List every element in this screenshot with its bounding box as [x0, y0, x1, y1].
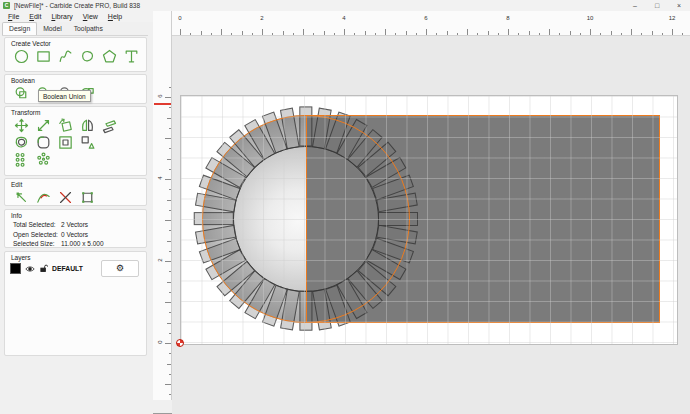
gear-tooth-vector[interactable]	[325, 285, 351, 327]
layer-settings-button[interactable]: ⚙	[101, 260, 139, 277]
gear-tooth-vector[interactable]	[195, 193, 236, 213]
ruler-tick	[180, 29, 181, 35]
gear-tooth-vector[interactable]	[365, 249, 406, 280]
boolean-union-tool[interactable]	[10, 85, 32, 102]
rectangle-vector-fill[interactable]	[306, 115, 660, 323]
gear-tooth-vector[interactable]	[216, 142, 255, 178]
gear-tooth-vector[interactable]	[312, 289, 332, 330]
linear-array-tool[interactable]	[10, 151, 32, 168]
close-path-tool[interactable]	[76, 189, 98, 206]
gear-tooth-vector[interactable]	[347, 270, 383, 309]
menu-file[interactable]: File	[3, 11, 24, 22]
circle-vector-outline[interactable]	[202, 115, 410, 323]
eye-icon[interactable]	[25, 264, 35, 274]
tab-model[interactable]: Model	[37, 22, 68, 35]
rectangle-vector-outline[interactable]	[306, 115, 660, 323]
gear-tooth-vector[interactable]	[199, 175, 241, 201]
ruler-label: 2	[157, 255, 163, 265]
gear-tooth-vector[interactable]	[336, 278, 367, 319]
gear-tooth-vector[interactable]	[216, 260, 255, 296]
gear-tooth-vector[interactable]	[347, 129, 383, 168]
ruler-tick	[211, 33, 212, 36]
gear-tooth-vector[interactable]	[195, 225, 236, 245]
rectangle-tool[interactable]	[32, 48, 54, 65]
align-tool[interactable]	[76, 134, 98, 151]
maximize-button[interactable]: □	[646, 0, 668, 11]
ruler-tick	[169, 353, 172, 354]
unlock-icon[interactable]	[39, 264, 48, 273]
gear-tooth-vector[interactable]	[325, 112, 351, 154]
polygon-tool[interactable]	[98, 48, 120, 65]
minimize-button[interactable]: –	[624, 0, 646, 11]
node-edit-tool[interactable]	[10, 189, 32, 206]
menu-help[interactable]: Help	[103, 11, 127, 22]
ruler-tick	[169, 169, 172, 170]
gear-tooth-vector[interactable]	[262, 112, 288, 154]
move-tool[interactable]	[10, 117, 32, 134]
gear-tooth-vector[interactable]	[280, 108, 300, 149]
left-panel: DesignModelToolpaths Create Vector Boole…	[0, 22, 153, 414]
gear-tooth-vector[interactable]	[312, 108, 332, 149]
design-canvas[interactable]	[172, 36, 690, 414]
circular-array-tool[interactable]	[32, 151, 54, 168]
rotate-tool[interactable]	[54, 117, 76, 134]
section-create-vector: Create Vector	[4, 37, 147, 72]
gear-tooth-vector[interactable]	[229, 270, 265, 309]
gear-tooth-vector[interactable]	[244, 119, 275, 160]
curve-tool[interactable]	[54, 48, 76, 65]
gear-tooth-vector[interactable]	[299, 291, 312, 331]
stock-area[interactable]	[180, 95, 678, 345]
ruler-tick	[169, 271, 172, 272]
scale-tool[interactable]	[32, 117, 54, 134]
curve-edit-tool[interactable]	[32, 189, 54, 206]
menu-library[interactable]: Library	[46, 11, 77, 22]
gear-tooth-vector[interactable]	[244, 278, 275, 319]
gear-tooth-vector[interactable]	[357, 260, 396, 296]
ruler-tick	[169, 107, 172, 108]
ruler-tick	[518, 33, 519, 36]
gear-tooth-vector[interactable]	[376, 193, 417, 213]
close-button[interactable]: ×	[668, 0, 690, 11]
ruler-tick	[167, 282, 172, 283]
layer-row-default[interactable]: DEFAULT ⚙	[10, 261, 141, 276]
menu-edit[interactable]: Edit	[24, 11, 46, 22]
trim-tool[interactable]	[54, 189, 76, 206]
gear-tooth-vector[interactable]	[299, 107, 312, 147]
ruler-tick	[416, 33, 417, 36]
gear-tooth-vector[interactable]	[280, 289, 300, 330]
mirror-tool[interactable]	[76, 117, 98, 134]
circle-tool[interactable]	[10, 48, 32, 65]
rectangle-tool-icon	[35, 48, 52, 65]
gear-tooth-vector[interactable]	[199, 238, 241, 264]
gear-tooth-vector[interactable]	[206, 157, 247, 188]
layer-color-swatch[interactable]	[10, 263, 21, 274]
gear-tooth-vector[interactable]	[372, 238, 414, 264]
gear-tooth-vector[interactable]	[357, 142, 396, 178]
rotate-tool-icon	[57, 117, 74, 134]
text-tool[interactable]	[120, 48, 142, 65]
tab-toolpaths[interactable]: Toolpaths	[68, 22, 109, 35]
gear-tooth-vector[interactable]	[365, 157, 406, 188]
gear-tooth-vector[interactable]	[376, 225, 417, 245]
tab-bar: DesignModelToolpaths	[2, 22, 148, 36]
offset-tool[interactable]	[10, 134, 32, 151]
round-corners-tool[interactable]	[32, 134, 54, 151]
tab-design[interactable]: Design	[2, 22, 37, 35]
nested-offset-tool[interactable]	[54, 134, 76, 151]
shear-tool[interactable]	[98, 117, 120, 134]
gear-tooth-vector[interactable]	[372, 175, 414, 201]
closed-curve-tool[interactable]	[76, 48, 98, 65]
circle-vector-fill[interactable]	[202, 115, 410, 323]
gear-tooth-vector[interactable]	[229, 129, 265, 168]
inner-circle-vector[interactable]	[233, 146, 379, 292]
gear-tooth-vector[interactable]	[194, 212, 234, 225]
gear-tooth-vector[interactable]	[336, 119, 367, 160]
menu-view[interactable]: View	[78, 11, 103, 22]
section-edit: Edit	[4, 178, 147, 206]
gear-tooth-vector[interactable]	[206, 249, 247, 280]
ruler-tick	[313, 33, 314, 36]
ruler-label: 0	[157, 337, 163, 347]
gear-tooth-vector[interactable]	[262, 285, 288, 327]
ruler-tick	[283, 31, 284, 36]
gear-tooth-vector[interactable]	[378, 212, 418, 225]
